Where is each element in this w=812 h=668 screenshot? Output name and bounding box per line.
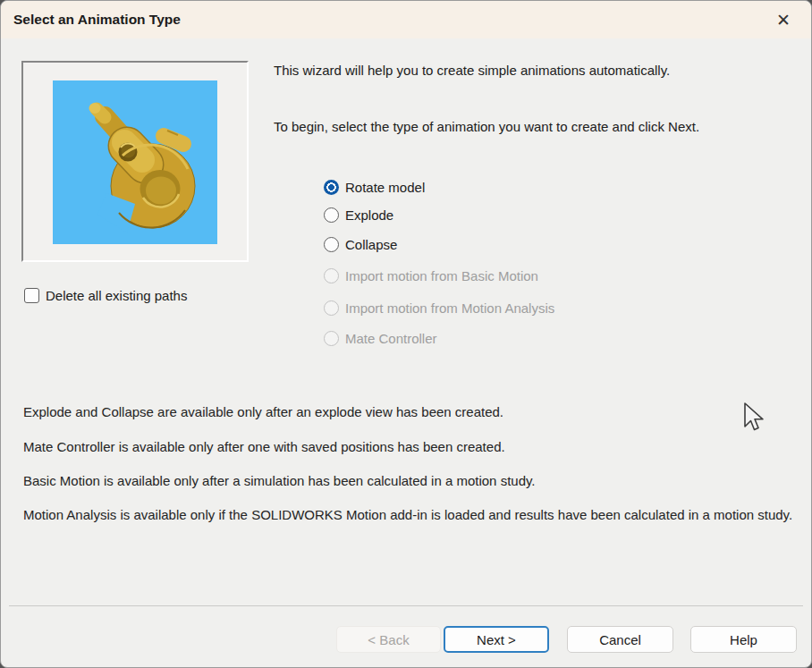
wizard-instruction-text: To begin, select the type of animation y… [274, 119, 801, 134]
radio-button-icon[interactable] [324, 237, 339, 252]
radio-label: Collapse [345, 237, 397, 252]
delete-paths-checkbox-row[interactable]: Delete all existing paths [24, 288, 187, 303]
dialog-title: Select an Animation Type [13, 1, 181, 38]
note-motion-analysis: Motion Analysis is available only if the… [23, 506, 794, 523]
radio-option-import-motion-analysis: Import motion from Motion Analysis [324, 300, 554, 316]
radio-option-mate-controller: Mate Controller [324, 330, 437, 346]
note-mate-controller: Mate Controller is available only after … [23, 438, 794, 455]
radio-option-collapse[interactable]: Collapse [324, 236, 397, 252]
next-button[interactable]: Next > [444, 626, 549, 653]
radio-button-selected-icon[interactable] [324, 180, 339, 195]
radio-button-icon[interactable] [324, 207, 339, 223]
radio-label: Explode [345, 207, 393, 223]
radio-option-import-basic-motion: Import motion from Basic Motion [324, 267, 538, 283]
animation-wizard-dialog: Select an Animation Type ✕ [0, 0, 812, 668]
note-basic-motion: Basic Motion is available only after a s… [23, 472, 794, 489]
radio-label: Rotate model [345, 180, 425, 195]
radio-label: Import motion from Basic Motion [345, 268, 538, 283]
help-button[interactable]: Help [690, 626, 797, 653]
note-explode-collapse: Explode and Collapse are available only … [23, 403, 794, 420]
delete-paths-label: Delete all existing paths [46, 288, 187, 303]
radio-button-disabled-icon [324, 300, 339, 316]
delete-paths-checkbox[interactable] [24, 288, 39, 303]
gold-model-icon [53, 80, 217, 244]
close-icon[interactable]: ✕ [768, 4, 799, 35]
footer-divider [9, 605, 803, 606]
title-bar: Select an Animation Type ✕ [1, 1, 811, 38]
wizard-intro-text: This wizard will help you to create simp… [274, 63, 801, 78]
radio-option-explode[interactable]: Explode [324, 207, 393, 223]
radio-label: Mate Controller [345, 331, 437, 346]
radio-option-rotate-model[interactable]: Rotate model [324, 179, 425, 195]
cancel-button[interactable]: Cancel [567, 626, 673, 653]
model-preview-image [53, 80, 217, 244]
radio-button-disabled-icon [324, 268, 339, 283]
radio-button-disabled-icon [324, 331, 339, 346]
back-button: < Back [336, 626, 441, 653]
radio-label: Import motion from Motion Analysis [345, 300, 554, 316]
preview-panel [21, 61, 249, 262]
